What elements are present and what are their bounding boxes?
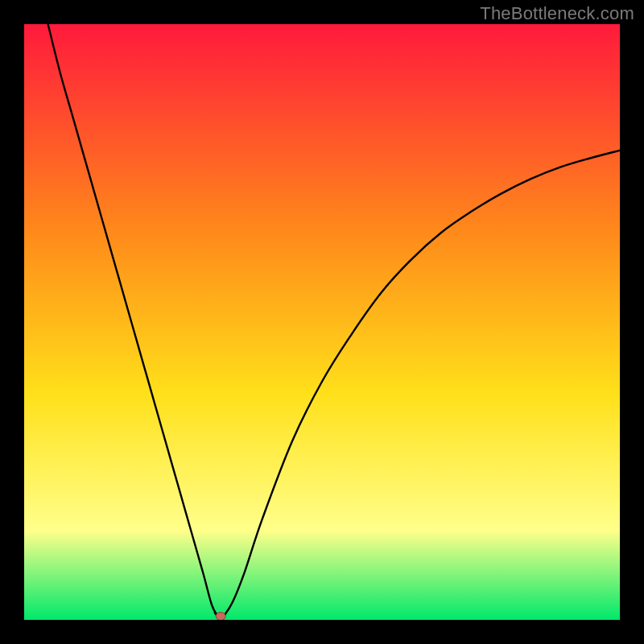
watermark-text: TheBottleneck.com xyxy=(480,3,634,24)
chart-frame: TheBottleneck.com xyxy=(0,0,644,644)
minimum-marker xyxy=(216,613,225,620)
gradient-background xyxy=(24,24,620,620)
plot-area xyxy=(24,24,620,620)
plot-svg xyxy=(24,24,620,620)
